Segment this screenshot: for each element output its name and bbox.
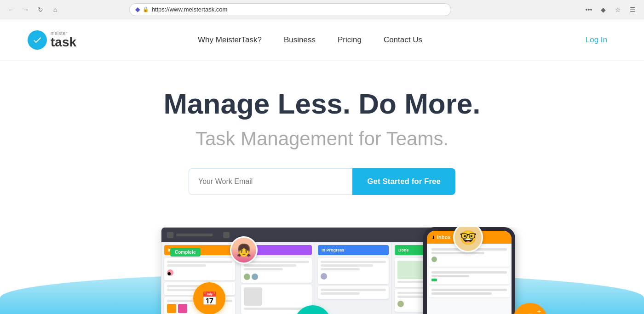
refresh-button[interactable]: ↻ — [34, 3, 47, 16]
main-nav: Why MeisterTask? Business Pricing Contac… — [187, 31, 433, 49]
hero-subtitle: Task Management for Teams. — [9, 128, 635, 150]
logo-icon — [28, 30, 47, 50]
nav-contact-us[interactable]: Contact Us — [373, 31, 433, 49]
shield-button[interactable]: ◆ — [597, 3, 610, 16]
home-button[interactable]: ⌂ — [49, 3, 62, 16]
address-bar[interactable]: ◆ 🔒 https://www.meistertask.com — [129, 3, 451, 16]
board-card: ● — [164, 258, 235, 280]
column-header-inprogress: In Progress — [318, 245, 389, 255]
board-card — [241, 258, 312, 283]
floating-badge-calendar: 📅 — [193, 282, 225, 314]
complete-badge: Complete — [170, 248, 201, 257]
card-line — [321, 292, 360, 295]
card-line — [321, 261, 386, 263]
card-line — [321, 289, 386, 291]
url-text: https://www.meistertask.com — [152, 6, 228, 13]
login-button[interactable]: Log In — [576, 31, 616, 49]
card-line — [244, 261, 309, 263]
website-content: meister task Why MeisterTask? Business P… — [0, 19, 644, 314]
card-line — [244, 308, 309, 310]
forward-button[interactable]: → — [19, 3, 32, 16]
phone-inbox-label: Inbox — [437, 234, 450, 240]
logo[interactable]: meister task — [28, 30, 76, 50]
card-line — [321, 268, 360, 270]
hero-cta-form: Get Started for Free — [189, 168, 455, 195]
header-right: Log In — [576, 35, 616, 45]
done-label: Done — [398, 248, 409, 252]
checkmark-icon — [32, 35, 42, 45]
card-line — [321, 264, 373, 267]
menu-button[interactable]: ☰ — [627, 3, 639, 16]
site-header: meister task Why MeisterTask? Business P… — [0, 19, 644, 61]
hero-title: Manage Less. Do More. — [9, 88, 635, 120]
browser-nav-buttons: ← → ↻ ⌂ — [5, 3, 62, 16]
board-column-inprogress: In Progress — [315, 242, 392, 314]
browser-right-controls: ••• ◆ ☆ ☰ — [582, 3, 639, 16]
get-started-button[interactable]: Get Started for Free — [352, 168, 455, 195]
back-button[interactable]: ← — [5, 3, 17, 16]
card-line — [167, 264, 206, 267]
floating-avatar-girl: 👧 — [230, 236, 258, 264]
phone-card — [429, 286, 510, 297]
card-line — [244, 268, 283, 270]
browser-chrome: ← → ↻ ⌂ ◆ 🔒 https://www.meistertask.com … — [0, 0, 644, 19]
inprogress-label: In Progress — [322, 248, 345, 252]
logo-task-text: task — [51, 36, 76, 49]
board-card — [318, 258, 389, 284]
hero-section: Manage Less. Do More. Task Management fo… — [0, 61, 644, 213]
extensions-button[interactable]: ••• — [582, 3, 595, 16]
logo-text: meister task — [51, 31, 76, 49]
phone-card — [429, 268, 510, 284]
card-line — [167, 261, 232, 263]
board-card — [318, 286, 389, 299]
email-input[interactable] — [189, 168, 352, 195]
lock-icon: 🔒 — [143, 6, 149, 12]
card-line — [244, 264, 296, 267]
shield-icon: ◆ — [135, 6, 140, 13]
nav-business[interactable]: Business — [273, 31, 327, 49]
nav-pricing[interactable]: Pricing — [327, 31, 373, 49]
dashboard-preview: Complete — [0, 227, 644, 314]
nav-why-meistertask[interactable]: Why MeisterTask? — [187, 31, 273, 49]
bookmark-button[interactable]: ☆ — [612, 3, 625, 16]
